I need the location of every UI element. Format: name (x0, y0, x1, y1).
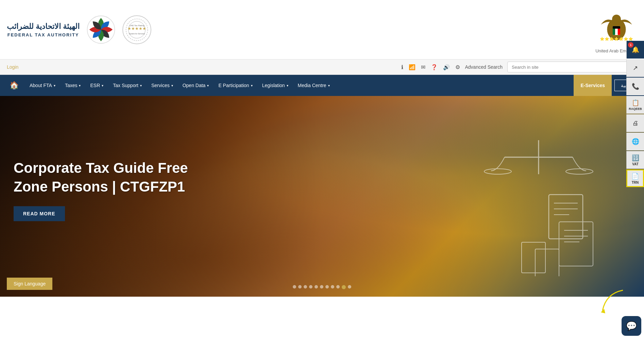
svg-point-17 (566, 169, 593, 174)
svg-rect-12 (613, 26, 620, 29)
nav-tax-support[interactable]: Tax Support ▾ (108, 75, 147, 96)
wifi-icon[interactable]: 📶 (409, 64, 416, 70)
fta-spinner-logo (86, 14, 116, 45)
dot-2[interactable] (298, 285, 302, 289)
search-bar: 🔍 (507, 62, 637, 72)
share-icon: ↗ (633, 64, 638, 72)
dot-1[interactable] (293, 285, 296, 289)
notifications-tool[interactable]: 1 🔔 (626, 41, 644, 59)
trn-icon: 📄 (631, 172, 639, 180)
print-icon: 🖨 (632, 120, 639, 127)
chevron-icon: ▾ (140, 84, 142, 87)
svg-rect-22 (559, 222, 593, 266)
chevron-icon: ▾ (171, 84, 173, 87)
vat-icon: 🔢 (632, 154, 639, 162)
contact-tool[interactable]: 📞 (626, 78, 644, 95)
svg-rect-18 (549, 195, 583, 239)
chevron-icon: ▾ (54, 84, 55, 87)
fta-logo-english: FEDERAL TAX AUTHORITY (7, 32, 79, 37)
svg-point-7 (612, 15, 621, 23)
dot-8[interactable] (331, 285, 334, 289)
utility-icons: ℹ 📶 ✉ ❓ 🔊 ⚙ (401, 64, 460, 70)
nav-media-centre[interactable]: Media Centre ▾ (293, 75, 335, 96)
hero-section: Corporate Tax Guide Free Zone Persons | … (0, 96, 644, 297)
nav-taxes[interactable]: Taxes ▾ (60, 75, 86, 96)
advanced-search-link[interactable]: Advanced Search (465, 64, 503, 70)
trn-tool[interactable]: 📄 TRN (626, 169, 644, 187)
nav-esr[interactable]: ESR ▾ (85, 75, 108, 96)
email-icon[interactable]: ✉ (421, 64, 425, 70)
top-header: الهيئة الاتحادية للضرائب FEDERAL TAX AUT… (0, 0, 644, 60)
fta-logo-arabic: الهيئة الاتحادية للضرائب (7, 22, 80, 31)
notifications-badge: 1 (628, 42, 633, 48)
sign-language-button[interactable]: Sign Language (7, 278, 52, 290)
svg-text:★★★★★: ★★★★★ (128, 26, 146, 31)
hero-title: Corporate Tax Guide Free Zone Persons | … (14, 159, 218, 196)
carousel-dots (293, 285, 351, 289)
chevron-icon: ▾ (251, 84, 253, 87)
chevron-icon: ▾ (328, 84, 330, 87)
help-icon[interactable]: ❓ (431, 64, 438, 70)
dot-11[interactable] (348, 285, 351, 289)
hero-content: Corporate Tax Guide Free Zone Persons | … (14, 159, 218, 221)
notification-icon: 🔔 (632, 46, 639, 53)
utility-bar: Login ℹ 📶 ✉ ❓ 🔊 ⚙ Advanced Search 🔍 (0, 60, 644, 75)
dot-5[interactable] (315, 285, 318, 289)
dot-10[interactable] (342, 285, 346, 289)
raqeeb-tool[interactable]: 📋 RAQEEB (626, 96, 644, 114)
print-tool[interactable]: 🖨 (626, 114, 644, 132)
svg-rect-26 (522, 242, 545, 273)
chevron-icon: ▾ (79, 84, 81, 87)
chevron-icon: ▾ (102, 84, 103, 87)
phone-icon: 📞 (632, 83, 639, 90)
info-icon[interactable]: ℹ (401, 64, 403, 70)
vat-label: VAT (632, 162, 639, 166)
main-nav: 🏠 About FTA ▾ Taxes ▾ ESR ▾ Tax Support … (0, 75, 644, 96)
nav-legislation[interactable]: Legislation ▾ (257, 75, 293, 96)
dot-6[interactable] (320, 285, 323, 289)
svg-rect-27 (535, 249, 559, 276)
nav-eservices-button[interactable]: E-Services (574, 75, 612, 96)
search-input[interactable] (508, 63, 623, 71)
dot-7[interactable] (325, 285, 329, 289)
nav-open-data[interactable]: Open Data ▾ (178, 75, 214, 96)
sidebar-tools: 1 🔔 ↗ 📞 📋 RAQEEB 🖨 🌐 🔢 VAT 📄 TRN (626, 41, 644, 187)
vat-tool[interactable]: 🔢 VAT (626, 151, 644, 169)
chevron-icon: ▾ (207, 84, 209, 87)
nav-e-participation[interactable]: E Participation ▾ (214, 75, 257, 96)
nav-services[interactable]: Services ▾ (147, 75, 178, 96)
svg-point-16 (484, 169, 511, 174)
trn-arrow (599, 287, 626, 297)
settings-icon[interactable]: ⚙ (455, 64, 460, 70)
raqeeb-icon: 📋 (632, 99, 639, 106)
login-link[interactable]: Login (7, 64, 18, 70)
nav-home[interactable]: 🏠 (3, 75, 25, 96)
translate-tool[interactable]: 🌐 (626, 133, 644, 150)
award-logo: UAE Tax Rating ★★★★★ System for Services (122, 15, 151, 44)
dot-9[interactable] (336, 285, 340, 289)
trn-label: TRN (632, 181, 639, 184)
dot-3[interactable] (304, 285, 307, 289)
uae-emblem: ⭐⭐⭐⭐⭐⭐⭐ (598, 6, 635, 47)
nav-about-fta[interactable]: About FTA ▾ (25, 75, 60, 96)
dot-4[interactable] (309, 285, 312, 289)
chevron-icon: ▾ (287, 84, 288, 87)
raqeeb-label: RAQEEB (629, 107, 642, 111)
audio-icon[interactable]: 🔊 (443, 64, 450, 70)
globe-icon: 🌐 (632, 138, 639, 145)
hero-illustration (454, 113, 624, 276)
logo-area: الهيئة الاتحادية للضرائب FEDERAL TAX AUT… (7, 14, 151, 45)
share-tool[interactable]: ↗ (626, 59, 644, 77)
read-more-button[interactable]: READ MORE (14, 206, 65, 221)
fta-logo: الهيئة الاتحادية للضرائب FEDERAL TAX AUT… (7, 22, 80, 37)
svg-text:System for Services: System for Services (129, 32, 145, 34)
